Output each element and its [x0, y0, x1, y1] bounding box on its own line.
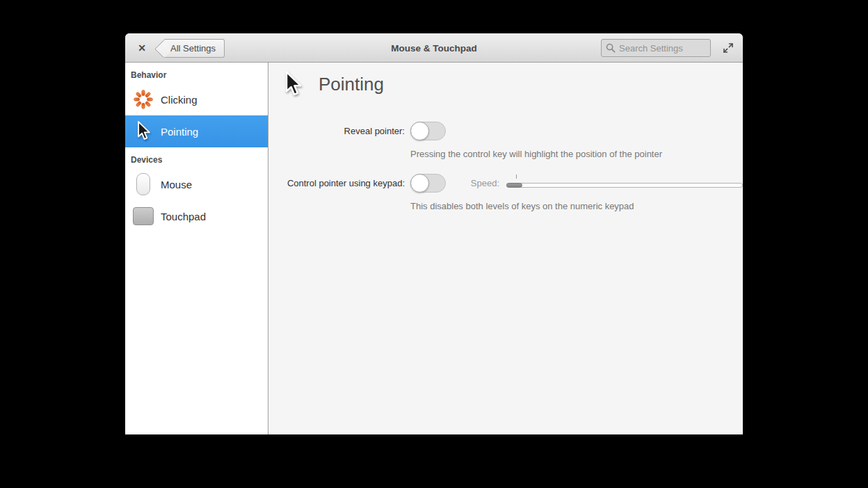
pointer-cursor-icon	[131, 121, 156, 142]
sidebar-item-label: Clicking	[161, 94, 198, 106]
reveal-pointer-toggle[interactable]	[410, 122, 446, 140]
sidebar-item-label: Touchpad	[161, 211, 206, 222]
search-box[interactable]	[601, 39, 711, 57]
sidebar: Behavior	[125, 63, 268, 434]
settings-window: ✕ All Settings Mouse & Touchpad Behavior	[125, 33, 743, 434]
keypad-pointer-description: This disables both levels of keys on the…	[410, 201, 634, 211]
reveal-pointer-description: Pressing the control key will highlight …	[410, 149, 662, 159]
speed-label: Speed:	[461, 178, 499, 188]
slider-track[interactable]	[506, 183, 743, 188]
slider-handle[interactable]	[506, 183, 522, 188]
search-input[interactable]	[619, 43, 706, 54]
mouse-icon	[131, 173, 156, 195]
all-settings-label: All Settings	[170, 43, 216, 54]
all-settings-button[interactable]: All Settings	[163, 39, 225, 58]
titlebar[interactable]: ✕ All Settings Mouse & Touchpad	[125, 33, 743, 63]
sidebar-item-pointing[interactable]: Pointing	[125, 115, 268, 147]
keypad-pointer-label: Control pointer using keypad:	[268, 178, 405, 188]
page-heading: Pointing	[282, 71, 384, 98]
maximize-icon[interactable]	[722, 42, 734, 54]
sidebar-item-mouse[interactable]: Mouse	[125, 168, 268, 200]
search-icon	[606, 43, 616, 53]
close-button[interactable]: ✕	[132, 33, 152, 63]
toggle-knob	[410, 174, 429, 193]
toggle-knob	[410, 122, 429, 140]
sidebar-item-clicking[interactable]: Clicking	[125, 83, 268, 115]
reveal-pointer-row: Reveal pointer:	[268, 122, 743, 140]
pointing-heading-icon	[282, 71, 303, 98]
sidebar-item-touchpad[interactable]: Touchpad	[125, 200, 268, 232]
keypad-pointer-toggle[interactable]	[410, 174, 446, 193]
touchpad-icon	[131, 207, 156, 225]
sidebar-section-devices: Devices	[125, 147, 268, 168]
sidebar-item-label: Pointing	[161, 126, 198, 138]
sidebar-item-label: Mouse	[161, 179, 192, 190]
sidebar-section-behavior: Behavior	[125, 63, 268, 83]
reveal-pointer-label: Reveal pointer:	[268, 126, 405, 136]
speed-slider[interactable]	[506, 174, 743, 193]
slider-tick	[516, 174, 517, 179]
keypad-pointer-row: Control pointer using keypad: Speed:	[268, 174, 743, 193]
clicking-starburst-icon	[131, 89, 156, 110]
content-pane: Pointing Reveal pointer: Pressing the co…	[268, 63, 743, 434]
page-title: Pointing	[319, 74, 384, 95]
